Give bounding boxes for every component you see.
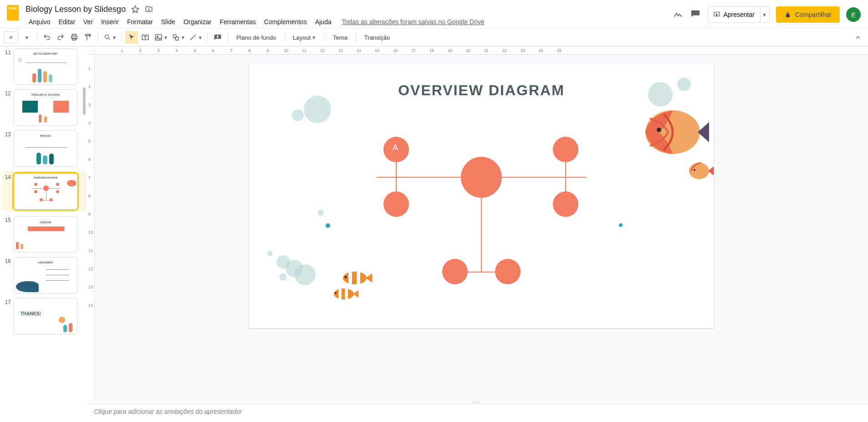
menu-arquivo[interactable]: Arquivo <box>26 17 53 26</box>
slide-thumb-17[interactable]: THANKS! <box>14 298 77 335</box>
new-slide-dropdown[interactable]: ▼ <box>20 31 33 44</box>
ruler-horizontal: 1234567891011121314151617181920212223242… <box>87 46 868 55</box>
comment-tool[interactable] <box>211 31 224 44</box>
theme-button[interactable]: Tema <box>328 31 352 44</box>
background-button[interactable]: Plano de fundo <box>232 31 281 44</box>
svg-point-18 <box>334 288 354 299</box>
slide-stage[interactable]: OVERVIEW DIAGRAM <box>95 55 868 401</box>
menu-inserir[interactable]: Inserir <box>98 17 122 26</box>
diagram-node-a[interactable]: A <box>383 137 409 162</box>
ruler-vertical: 1234567891011121314 <box>87 55 95 401</box>
menu-formatar[interactable]: Formatar <box>124 17 156 26</box>
transition-button[interactable]: Transição <box>360 31 395 44</box>
slide-thumb-16[interactable]: ASSIGNMENT <box>14 257 77 293</box>
comments-icon[interactable] <box>690 9 701 20</box>
svg-point-4 <box>105 35 109 39</box>
menu-ajuda[interactable]: Ajuda <box>312 17 335 26</box>
paint-format-button[interactable] <box>82 31 94 44</box>
svg-point-8 <box>173 35 177 38</box>
save-state-link[interactable]: Todas as alterações foram salvas no Goog… <box>342 18 485 26</box>
slide-thumb-12[interactable]: PROBLEM VS. SOLUTION <box>14 89 77 126</box>
menu-ferramentas[interactable]: Ferramentas <box>216 17 259 26</box>
thumb-number: 16 <box>3 257 11 264</box>
present-button[interactable]: Apresentar <box>707 6 760 23</box>
diagram-node[interactable] <box>495 259 521 284</box>
app-logo[interactable] <box>4 4 22 22</box>
svg-point-12 <box>689 163 709 179</box>
diagram-node[interactable] <box>442 259 468 284</box>
activity-icon[interactable] <box>673 9 684 20</box>
menu-organizar[interactable]: Organizar <box>180 17 214 26</box>
slide-thumb-11[interactable]: DID YOU KNOW THIS? <box>14 48 77 85</box>
thumb-number: 14 <box>3 173 11 180</box>
slide-canvas[interactable]: OVERVIEW DIAGRAM <box>249 64 714 328</box>
redo-button[interactable] <box>54 31 67 44</box>
share-button-label: Compartilhar <box>795 11 832 18</box>
account-avatar[interactable]: E <box>846 7 861 22</box>
clownfish-illustration-2 <box>331 286 358 302</box>
svg-rect-20 <box>345 288 348 299</box>
textbox-tool[interactable] <box>139 31 152 44</box>
present-button-label: Apresentar <box>723 11 754 18</box>
slide-thumb-13[interactable]: PROCESS <box>14 130 77 167</box>
menu-ver[interactable]: Ver <box>80 17 96 26</box>
svg-point-14 <box>343 272 367 284</box>
menu-slide[interactable]: Slide <box>158 17 179 26</box>
shape-tool[interactable]: ▼ <box>170 31 186 44</box>
thumb-number: 15 <box>3 216 11 223</box>
menu-bar: Arquivo Editar Ver Inserir Formatar Slid… <box>26 15 669 28</box>
diagram-node[interactable] <box>553 137 578 162</box>
menu-complementos[interactable]: Complementos <box>261 17 310 26</box>
slide-thumb-14[interactable]: OVERVIEW DIAGRAM <box>14 173 77 210</box>
star-icon[interactable] <box>131 5 139 13</box>
thumb-number: 12 <box>3 89 11 97</box>
slide-title[interactable]: OVERVIEW DIAGRAM <box>398 82 565 99</box>
svg-rect-6 <box>155 35 162 40</box>
filmstrip[interactable]: 11 DID YOU KNOW THIS? 12 PROBLEM V <box>0 46 87 422</box>
svg-point-17 <box>345 276 347 278</box>
select-tool[interactable] <box>125 31 138 44</box>
thumb-number: 13 <box>3 130 11 138</box>
line-tool[interactable]: ▼ <box>187 31 204 44</box>
thumb-number: 11 <box>3 48 11 56</box>
svg-rect-16 <box>357 272 360 284</box>
svg-rect-15 <box>348 272 352 284</box>
doc-title[interactable]: Biology Lesson by Slidesgo <box>26 5 126 14</box>
toolbar: ▼ ▼ ▼ ▼ <box>0 28 868 46</box>
diagram-node[interactable] <box>383 191 409 217</box>
share-button[interactable]: Compartilhar <box>776 6 840 23</box>
svg-rect-19 <box>338 288 342 299</box>
present-dropdown[interactable]: ▼ <box>759 6 770 23</box>
new-slide-button[interactable] <box>4 31 18 43</box>
slide-thumb-15[interactable]: EXERCISE <box>14 216 77 252</box>
menu-editar[interactable]: Editar <box>55 17 78 26</box>
diagram-node[interactable] <box>553 191 578 217</box>
zoom-button[interactable]: ▼ <box>102 31 117 44</box>
layout-button[interactable]: Layout▼ <box>288 31 321 44</box>
move-to-folder-icon[interactable] <box>145 5 153 13</box>
svg-point-11 <box>657 128 661 132</box>
svg-point-13 <box>694 169 695 171</box>
small-fish-illustration <box>686 160 714 182</box>
clownfish-illustration <box>340 269 372 287</box>
undo-button[interactable] <box>41 31 53 44</box>
filmstrip-scrollbar[interactable] <box>83 87 86 115</box>
collapse-menus-icon[interactable] <box>852 31 864 44</box>
speaker-notes[interactable]: Clique para adicionar as anotações do ap… <box>87 404 868 422</box>
fish-illustration <box>636 105 709 164</box>
diagram-center-node[interactable] <box>461 157 502 198</box>
svg-point-21 <box>335 292 337 294</box>
print-button[interactable] <box>68 31 81 44</box>
image-tool[interactable]: ▼ <box>153 31 169 44</box>
thumb-number: 17 <box>3 298 11 305</box>
